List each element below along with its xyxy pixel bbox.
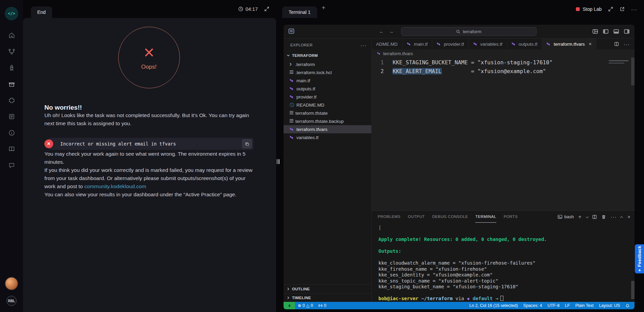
toggle-panel-button[interactable] (614, 29, 619, 34)
editor-scrollbar[interactable] (631, 58, 635, 210)
customize-layout-button[interactable] (593, 29, 598, 34)
status-bar-item[interactable]: UTF-8 (545, 302, 562, 309)
tab-terminal-1[interactable]: Terminal 1 (282, 6, 317, 18)
right-panel-topbar: Terminal 1 + Stop Lab ··· (280, 0, 644, 18)
editor-more-actions-button[interactable]: ··· (624, 41, 630, 47)
status-bar-item[interactable]: LF (562, 302, 573, 309)
expand-terminal-button[interactable] (608, 6, 613, 12)
terminal-line: kke_staging_bucket_name = "xfusion-stagi… (378, 284, 635, 290)
panel-more-actions-button[interactable]: ··· (610, 214, 617, 220)
file-tree-item[interactable]: ⓘ .terraform.lock.hcl (284, 68, 371, 76)
status-bar-item[interactable]: Layout: US (596, 302, 623, 309)
split-editor-button[interactable] (614, 42, 619, 46)
new-terminal-tab-button[interactable]: + (322, 4, 326, 11)
review-instructions: If you think you did your work correctly… (44, 166, 253, 191)
file-tree-item[interactable]: ⓘ variables.tf (284, 133, 371, 141)
outline-section[interactable]: OUTLINE (284, 284, 371, 293)
terminal-line (378, 231, 635, 237)
panel-tab[interactable]: DEBUG CONSOLE (432, 211, 468, 223)
notifications-bell[interactable] (623, 302, 632, 309)
sidebar-item-workflow[interactable] (7, 47, 16, 56)
sidebar-item-info[interactable] (7, 128, 16, 137)
kill-terminal-button[interactable] (601, 215, 606, 219)
feedback-button[interactable]: Feedback (635, 244, 644, 273)
sidebar-item-home[interactable] (7, 30, 16, 40)
user-badge[interactable]: RBL (6, 296, 17, 306)
toggle-sidebar-button[interactable] (603, 29, 608, 34)
panel-tab[interactable]: OUTPUT (408, 211, 425, 223)
navigate-back-button[interactable]: ← (379, 29, 383, 34)
breadcrumb[interactable]: terraform.tfvars (372, 49, 635, 58)
panel-tab[interactable]: PORTS (504, 211, 518, 223)
tab-label: ADME.MD (376, 42, 398, 47)
editor-tab[interactable]: main.tf × (402, 39, 433, 49)
more-options-button[interactable]: ··· (631, 6, 637, 12)
remote-indicator[interactable] (284, 302, 295, 309)
editor-tab[interactable]: provider.tf × (432, 39, 469, 49)
terraform-file-icon (437, 42, 441, 46)
launch-profile-dropdown[interactable] (586, 214, 588, 219)
shell-selector[interactable]: bash (558, 214, 574, 219)
navigate-forward-button[interactable]: → (389, 29, 393, 34)
terraform-file-icon (377, 51, 381, 55)
file-tree-item[interactable]: ⓘ provider.tf (284, 93, 371, 101)
avatar[interactable] (5, 277, 18, 290)
editor-tab[interactable]: outputs.tf × (507, 39, 542, 49)
panel-tab[interactable]: PROBLEMS (378, 211, 400, 223)
workspace-section-terraform[interactable]: TERRAFORM (284, 51, 371, 60)
sidebar-item-editor[interactable] (7, 112, 16, 121)
file-tree-item[interactable]: ⓘ README.MD (284, 101, 371, 109)
copy-error-button[interactable] (242, 139, 252, 148)
file-name: terraform.tfvars (296, 127, 328, 132)
file-tree-item[interactable]: ⓘ terraform.tfvars (284, 125, 371, 133)
split-terminal-button[interactable] (592, 215, 597, 219)
file-tree-item[interactable]: ⓘ outputs.tf (284, 85, 371, 93)
left-panel-topbar: End 04:17 (23, 0, 276, 18)
open-new-window-button[interactable] (620, 6, 625, 12)
status-bar-item[interactable]: Spaces: 4 (521, 302, 545, 309)
code-editor[interactable]: 1 KKE_STAGING_BUCKET_NAME = "xfusion-sta… (372, 58, 635, 210)
tab-label: provider.tf (444, 42, 464, 47)
community-link[interactable]: community.kodekloud.com (84, 183, 146, 189)
explorer-more-button[interactable]: ··· (360, 42, 367, 48)
stop-lab-button[interactable]: Stop Lab (576, 6, 602, 12)
sidebar-item-support[interactable] (7, 160, 16, 170)
new-terminal-button[interactable]: + (578, 214, 581, 220)
terminal-output[interactable]: | Apply complete! Resources: 0 added, 0 … (372, 223, 635, 302)
close-panel-button[interactable]: × (627, 214, 630, 220)
file-tree-item[interactable]: ⓘ terraform.tfstate (284, 109, 371, 117)
ports-status[interactable]: 0 (316, 302, 329, 309)
maximize-panel-button[interactable] (621, 214, 623, 219)
tab-end[interactable]: End (31, 6, 52, 18)
sidebar-item-docs[interactable] (7, 144, 16, 154)
toggle-secondary-sidebar-icon (624, 29, 629, 34)
command-center-search[interactable]: terraform (401, 27, 537, 36)
kodekloud-logo[interactable]: </> (5, 7, 18, 20)
editor-tab[interactable]: terraform.tfvars × (542, 39, 596, 49)
sidebar-item-extensions[interactable] (7, 95, 16, 105)
expand-left-panel-button[interactable] (264, 6, 269, 12)
panel-header: PROBLEMS OUTPUT DEBUG CONSOLE TERMINAL P… (372, 211, 635, 223)
timeline-section[interactable]: TIMELINE (284, 293, 371, 302)
close-tab-icon[interactable]: × (589, 41, 591, 47)
toggle-secondary-sidebar-button[interactable] (624, 29, 629, 34)
copy-icon (245, 142, 249, 146)
file-tree-item[interactable]: ⓘ .terraform (284, 60, 371, 68)
problems-status[interactable]: ⊗0△0 (295, 302, 316, 309)
editor-tab[interactable]: variables.tf × (469, 39, 507, 49)
application-menu-button[interactable] (288, 28, 294, 35)
sidebar-item-labs[interactable] (7, 63, 16, 72)
sidebar-item-packages[interactable] (7, 79, 16, 89)
status-bar-item[interactable]: Ln 2, Col 16 (15 selected) (466, 302, 520, 309)
status-bar-item[interactable]: Plain Text (573, 302, 596, 309)
panel-tab[interactable]: TERMINAL (475, 211, 496, 223)
editor-tab[interactable]: ADME.MD × (372, 39, 402, 49)
panel-resize-handle[interactable] (276, 0, 280, 312)
minimap[interactable] (606, 59, 630, 72)
terminal-scrollbar[interactable] (631, 223, 635, 302)
ports-icon (318, 304, 323, 308)
file-name: main.tf (296, 78, 310, 83)
file-tree-item[interactable]: ⓘ main.tf (284, 76, 371, 85)
file-tree-item[interactable]: ⓘ terraform.tfstate.backup (284, 117, 371, 125)
error-banner: × Incorrect or missing alert email in tf… (44, 138, 253, 150)
